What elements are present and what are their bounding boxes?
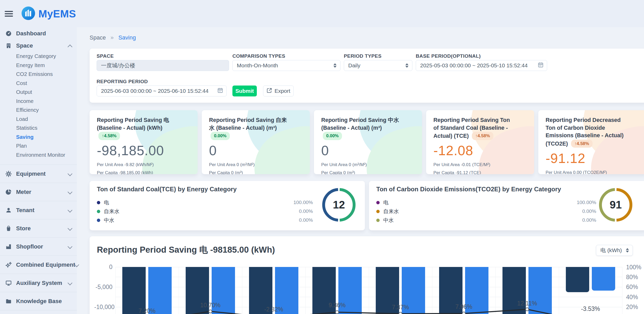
- export-button[interactable]: Export: [263, 86, 294, 96]
- change-badge: ↑4.58%: [472, 132, 493, 140]
- donut-center-value: 91: [598, 187, 634, 223]
- sidebar-item-store[interactable]: Store: [0, 219, 77, 237]
- legend-dot: [97, 210, 100, 213]
- folder-icon: [5, 298, 12, 305]
- logo-mark-icon: [21, 6, 35, 21]
- space-input[interactable]: 一度城/办公楼: [97, 60, 229, 71]
- unit-select[interactable]: 电 (kWh): [596, 245, 633, 256]
- legend-item[interactable]: 电: [97, 198, 119, 207]
- hamburger-menu-icon[interactable]: [5, 11, 13, 17]
- reporting-period-input[interactable]: 2025-06-03 00:00:00 ~ 2025-06-10 15:52:4…: [97, 86, 227, 96]
- factory-icon: [5, 243, 12, 250]
- breadcrumb-space-link[interactable]: Space: [90, 34, 106, 41]
- submit-button[interactable]: Submit: [232, 86, 257, 96]
- gears-icon: [5, 261, 12, 268]
- metric-card-electricity: Reporting Period Saving 电 (Baseline - Ac…: [90, 110, 198, 174]
- metric-cards-row: Reporting Period Saving 电 (Baseline - Ac…: [90, 110, 644, 174]
- per-capita: Per Capita -98,185.00 (kWh): [97, 170, 179, 174]
- legend-item[interactable]: 电: [376, 198, 399, 207]
- metric-value: -91.12: [546, 151, 628, 166]
- legend-item[interactable]: 自来水: [97, 207, 119, 216]
- top-bar: MyEMS: [0, 0, 644, 27]
- sidebar-item-shopfloor[interactable]: Shopfloor: [0, 237, 77, 256]
- point-label: -2.82%: [264, 306, 283, 313]
- sort-arrows-icon: [333, 63, 337, 68]
- chevron-down-icon: [68, 226, 72, 231]
- y-axis-right-tick: 40%: [626, 294, 638, 301]
- sidebar-item-output[interactable]: Output: [0, 88, 77, 97]
- sidebar-item-energy-category[interactable]: Energy Category: [0, 52, 77, 61]
- breadcrumb: Space » Saving: [90, 34, 136, 41]
- metric-value: -12.08: [433, 143, 516, 158]
- base-period-input[interactable]: 2025-05-03 00:00:00 ~ 2025-05-10 15:52:4…: [416, 60, 547, 71]
- sidebar-item-plan[interactable]: Plan: [0, 141, 77, 151]
- sort-arrows-icon: [626, 248, 629, 253]
- sidebar-item-combined-equipment[interactable]: Combined Equipment: [0, 256, 77, 274]
- chevron-down-icon: [68, 280, 72, 285]
- metric-value: -98,185.00: [97, 143, 179, 158]
- sidebar-item-environment-monitor[interactable]: Environment Monitor: [0, 151, 77, 160]
- change-badge: 0.00%: [323, 132, 342, 140]
- sidebar-item-label: Space: [16, 42, 33, 49]
- calendar-icon: [538, 62, 544, 69]
- app-logo[interactable]: MyEMS: [21, 6, 76, 21]
- per-capita: Per Capita 0 (m³): [209, 170, 292, 174]
- donut-center-value: 12: [321, 187, 357, 223]
- trend-line-chart: [115, 267, 622, 314]
- chevron-down-icon: [75, 262, 79, 267]
- y-axis-left-tick: 0: [94, 264, 112, 271]
- per-unit-area: Per Unit Area -0.01 (TCE/M²): [433, 162, 516, 167]
- sidebar-item-tenant[interactable]: Tenant: [0, 201, 77, 219]
- change-badge: ↑4.58%: [571, 140, 593, 148]
- panel-title: Ton of Standard Coal(TCE) by Energy Cate…: [97, 186, 237, 193]
- reporting-period-label: REPORTING PERIOD: [97, 79, 148, 84]
- sidebar-item-knowledge-base[interactable]: Knowledge Base: [0, 292, 77, 310]
- legend-percentages: 100.00% 0.00% 0.00%: [560, 198, 596, 225]
- comparison-types-select[interactable]: Month-On-Month: [232, 60, 340, 71]
- sidebar-item-energy-item[interactable]: Energy Item: [0, 61, 77, 70]
- sidebar-item-dashboard[interactable]: Dashboard: [0, 27, 77, 40]
- legend-dot: [97, 219, 100, 222]
- metric-value: 0: [209, 143, 292, 158]
- sidebar-item-label: Dashboard: [16, 30, 46, 37]
- per-unit-area: Per Unit Area 0 (m³/M²): [321, 162, 404, 167]
- sidebar-item-equipment[interactable]: Equipment: [0, 165, 77, 183]
- sidebar-item-efficiency[interactable]: Efficiency: [0, 106, 77, 115]
- sidebar-item-space[interactable]: Space: [0, 40, 77, 52]
- chevron-up-icon: [68, 44, 72, 49]
- sidebar-item-statistics[interactable]: Statistics: [0, 123, 77, 133]
- point-label: 7.96%: [455, 303, 472, 310]
- y-axis-right-tick: 60%: [626, 284, 638, 291]
- point-label: 12.11%: [517, 300, 537, 307]
- legend-item[interactable]: 中水: [97, 216, 119, 225]
- legend-item[interactable]: 中水: [376, 216, 399, 225]
- panel-title: Ton of Carbon Dioxide Emissions(TCO2E) b…: [376, 186, 561, 193]
- legend: 电 自来水 中水: [376, 198, 399, 225]
- pie-chart-icon: [5, 189, 12, 195]
- tce-donut-chart: 12: [321, 187, 357, 223]
- per-unit-area: Per Unit Area 0.00 (TCO2E/M²): [546, 170, 628, 174]
- legend-item[interactable]: 自来水: [376, 207, 399, 216]
- building-icon: [5, 42, 12, 49]
- sidebar-item-load[interactable]: Load: [0, 115, 77, 124]
- tce-by-category-panel: Ton of Standard Coal(TCE) by Energy Cate…: [90, 181, 365, 230]
- y-axis-right-tick: 80%: [626, 274, 638, 281]
- sidebar-item-saving[interactable]: Saving: [0, 133, 77, 142]
- monitor-icon: [5, 280, 12, 286]
- filter-panel: SPACE 一度城/办公楼 COMPARISON TYPES Month-On-…: [90, 49, 644, 103]
- change-badge: ↑4.58%: [98, 132, 120, 140]
- breadcrumb-saving-link[interactable]: Saving: [118, 34, 136, 41]
- sidebar-item-meter[interactable]: Meter: [0, 183, 77, 201]
- sidebar-item-cost[interactable]: Cost: [0, 79, 77, 88]
- comparison-types-label: COMPARISON TYPES: [232, 53, 285, 59]
- metric-card-tce: Reporting Period Saving Ton of Standard …: [426, 110, 534, 174]
- chevron-down-icon: [68, 189, 72, 194]
- chevron-down-icon: [68, 208, 72, 212]
- sidebar-item-auxiliary-system[interactable]: Auxiliary System: [0, 274, 77, 292]
- sidebar-item-co2-emissions[interactable]: CO2 Emissions: [0, 70, 77, 79]
- period-types-select[interactable]: Daily: [344, 60, 412, 71]
- tco2e-donut-chart: 91: [598, 187, 634, 223]
- sidebar-item-income[interactable]: Income: [0, 97, 77, 106]
- y-axis-right-tick: 100%: [626, 264, 641, 271]
- brand-name: MyEMS: [38, 8, 76, 20]
